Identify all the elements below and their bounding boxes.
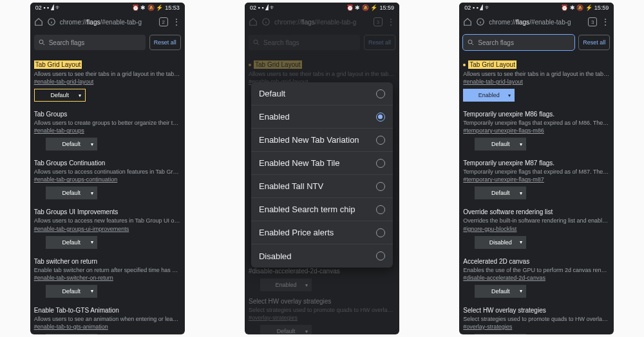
flag-anchor[interactable]: #temporary-unexpire-flags-m87 xyxy=(463,176,610,183)
flag-value-select[interactable]: Default▾ xyxy=(46,187,97,199)
radio-icon xyxy=(376,205,385,214)
flag-anchor[interactable]: #enable-tab-grid-layout xyxy=(34,78,181,85)
option-disabled[interactable]: Disabled xyxy=(251,244,393,268)
search-flags-input[interactable] xyxy=(34,35,146,50)
screenshot-1: 02 ▪ ▪ ◢ ᯤ ⏰ ✱ 🔕 ⚡15:53 chrome://flags/#… xyxy=(30,3,185,334)
flag-tab-to-gts-animation: Enable Tab-to-GTS Animation Allows users… xyxy=(34,300,181,334)
flag-title: Override software rendering list xyxy=(463,208,610,215)
status-left: 02 ▪ ▪ ◢ ᯤ xyxy=(464,5,490,11)
search-row: Reset all xyxy=(459,31,614,54)
status-time: 15:53 xyxy=(165,5,180,11)
info-icon[interactable] xyxy=(47,17,56,26)
flag-value-select[interactable]: Enabled▾ xyxy=(463,89,515,102)
flag-anchor[interactable]: #enable-tab-groups-continuation xyxy=(34,176,181,183)
flag-description: Temporarily unexpire flags that expired … xyxy=(463,119,610,127)
info-icon[interactable] xyxy=(476,17,485,26)
dot-icon xyxy=(249,64,251,66)
browser-toolbar: chrome://flags/#enable-tab-g 3 ⋮ xyxy=(245,13,399,31)
status-icons: ⏰ ✱ 🔕 ⚡ xyxy=(561,5,592,11)
flag-title: Select HW overlay strategies xyxy=(463,307,610,314)
option-enabled-search-term-chip[interactable]: Enabled Search term chip xyxy=(251,198,393,221)
tab-switcher-button[interactable]: 3 xyxy=(588,17,597,26)
flag-value-select[interactable]: Default▾ xyxy=(46,236,97,249)
flag-value-select[interactable]: Default▾ xyxy=(475,285,526,298)
search-input-field xyxy=(263,39,356,46)
flag-anchor[interactable]: #overlay-strategies xyxy=(463,323,610,330)
reset-all-button[interactable]: Reset all xyxy=(578,35,610,50)
flag-anchor[interactable]: #enable-tab-groups-ui-improvements xyxy=(34,226,181,232)
flag-anchor[interactable]: #enable-tab-switcher-on-return xyxy=(34,275,181,281)
search-flags-input[interactable] xyxy=(463,35,574,50)
url-bar: chrome://flags/#enable-tab-g xyxy=(274,19,370,26)
status-bar: 02 ▪ ▪ ◢ ᯤ ⏰ ✱ 🔕 ⚡15:59 xyxy=(245,3,399,13)
flag-m87: Temporarily unexpire M87 flags. Temporar… xyxy=(463,153,610,202)
chevron-down-icon: ▾ xyxy=(520,239,522,245)
flag-description: Allows users to see their tabs in a grid… xyxy=(34,70,181,78)
flags-list: Tab Grid Layout Allows users to see thei… xyxy=(459,54,614,334)
flag-description: Temporarily unexpire flags that expired … xyxy=(463,168,610,176)
flag-value-select[interactable]: Default▾ xyxy=(475,187,526,199)
overflow-menu-icon[interactable]: ⋮ xyxy=(601,17,610,26)
flag-title: Accelerated 2D canvas xyxy=(463,258,610,265)
flag-title: Tab Grid Layout xyxy=(34,60,82,69)
info-icon xyxy=(261,17,270,26)
status-left: 02 ▪ ▪ ◢ ᯤ xyxy=(35,5,61,11)
url-bar[interactable]: chrome://flags/#enable-tab-g xyxy=(60,19,155,26)
reset-all-button[interactable]: Reset all xyxy=(149,35,181,50)
flag-anchor[interactable]: #enable-tab-groups xyxy=(34,127,181,134)
home-icon[interactable] xyxy=(34,17,43,26)
flag-tab-grid-layout: Tab Grid Layout Allows users to see thei… xyxy=(34,54,181,104)
option-enabled-price-alerts[interactable]: Enabled Price alerts xyxy=(251,221,393,244)
chevron-down-icon: ▾ xyxy=(79,93,81,98)
flag-accelerated-2d-canvas: Accelerated 2D canvas Enables the use of… xyxy=(463,251,610,300)
tab-switcher-button: 3 xyxy=(374,17,383,26)
flag-options-modal: Default Enabled Enabled New Tab Variatio… xyxy=(251,82,393,268)
option-enabled-new-tab-variation[interactable]: Enabled New Tab Variation xyxy=(251,129,393,152)
chevron-down-icon: ▾ xyxy=(91,288,93,294)
tab-switcher-button[interactable]: 2 xyxy=(159,17,168,26)
chevron-down-icon: ▾ xyxy=(305,282,308,288)
flag-description: Allows users to see their tabs in a grid… xyxy=(249,70,395,78)
search-icon xyxy=(467,39,475,46)
radio-icon xyxy=(376,251,385,260)
flag-anchor[interactable]: #ignore-gpu-blocklist xyxy=(463,226,610,232)
flag-value-select: Enabled▾ xyxy=(260,278,312,291)
url-bar[interactable]: chrome://flags/#enable-tab-g xyxy=(489,19,584,26)
search-icon xyxy=(252,39,260,46)
flag-title: Tab Groups xyxy=(34,111,181,118)
overflow-menu-icon[interactable]: ⋮ xyxy=(172,17,181,26)
flag-anchor[interactable]: #disable-accelerated-2d-canvas xyxy=(463,275,610,281)
flag-value-select[interactable]: Default▾ xyxy=(34,89,86,102)
status-icons: ⏰ ✱ 🔕 ⚡ xyxy=(132,5,164,11)
browser-toolbar: chrome://flags/#enable-tab-g 3 ⋮ xyxy=(459,13,614,31)
flag-anchor[interactable]: #enable-tab-to-gts-animation xyxy=(34,323,181,330)
flag-value-select[interactable]: Default▾ xyxy=(46,334,97,334)
option-enabled-tall-ntv[interactable]: Enabled Tall NTV xyxy=(251,175,393,198)
flag-tab-switcher-on-return: Tab switcher on return Enable tab switch… xyxy=(34,251,181,300)
svg-point-3 xyxy=(254,40,258,44)
flag-anchor[interactable]: #enable-tab-grid-layout xyxy=(463,78,610,85)
flag-title: Tab Grid Layout xyxy=(254,60,302,69)
flag-value-select[interactable]: Default▾ xyxy=(475,334,526,334)
flag-value-select[interactable]: Disabled▾ xyxy=(475,236,526,249)
option-default[interactable]: Default xyxy=(251,82,393,105)
option-enabled[interactable]: Enabled xyxy=(251,105,393,129)
search-input-field[interactable] xyxy=(478,39,571,46)
browser-toolbar: chrome://flags/#enable-tab-g 2 ⋮ xyxy=(30,13,185,31)
flag-tab-groups-ui-improvements: Tab Groups UI Improvements Allows users … xyxy=(34,202,181,251)
option-enabled-new-tab-tile[interactable]: Enabled New Tab Tile xyxy=(251,152,393,175)
chevron-down-icon: ▾ xyxy=(520,288,522,294)
home-icon xyxy=(249,17,258,26)
search-input-field[interactable] xyxy=(49,39,142,46)
flag-value-select[interactable]: Default▾ xyxy=(475,138,526,150)
flag-anchor[interactable]: #temporary-unexpire-flags-m86 xyxy=(463,127,610,134)
radio-icon xyxy=(376,159,385,168)
screenshot-3: 02 ▪ ▪ ◢ ᯤ ⏰ ✱ 🔕 ⚡15:59 chrome://flags/#… xyxy=(459,3,614,334)
flag-title: Tab switcher on return xyxy=(34,258,181,265)
flag-value-select[interactable]: Default▾ xyxy=(46,285,97,298)
flag-anchor: #disable-accelerated-2d-canvas xyxy=(249,268,395,275)
home-icon[interactable] xyxy=(463,17,472,26)
flag-description: Overrides the built-in software renderin… xyxy=(463,217,610,224)
chevron-down-icon: ▾ xyxy=(305,329,308,334)
flag-value-select[interactable]: Default▾ xyxy=(46,138,97,150)
